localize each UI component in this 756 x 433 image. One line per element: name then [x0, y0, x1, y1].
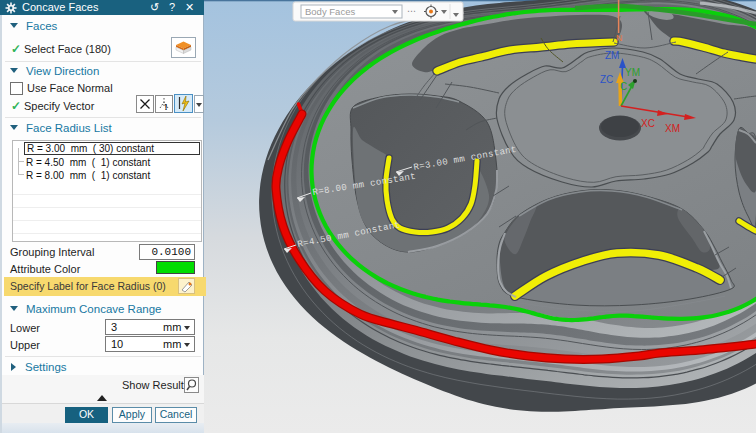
svg-text:XC: XC	[641, 118, 655, 129]
svg-text:XM: XM	[665, 123, 680, 134]
svg-text:N: N	[616, 33, 623, 43]
svg-text:Body Faces: Body Faces	[305, 6, 355, 17]
svg-text:ZC: ZC	[600, 74, 613, 85]
svg-text:YM: YM	[625, 67, 640, 78]
svg-text:C: C	[620, 81, 627, 92]
svg-text:!: !	[165, 102, 168, 112]
svg-text:⋯: ⋯	[407, 6, 416, 16]
svg-text:ZM: ZM	[605, 50, 619, 61]
